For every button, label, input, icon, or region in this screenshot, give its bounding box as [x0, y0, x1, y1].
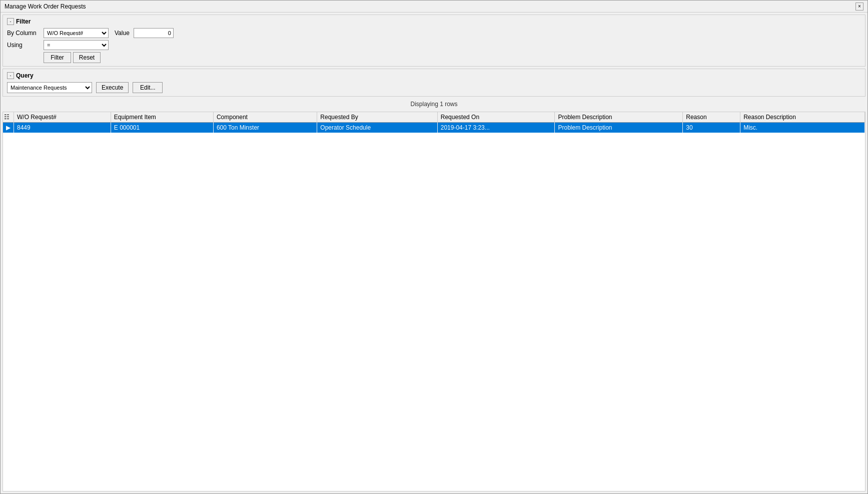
filter-label: Filter	[16, 18, 31, 25]
title-bar-left: Manage Work Order Requests	[5, 3, 86, 10]
status-bar: Displaying 1 rows	[3, 99, 865, 110]
query-section: - Query Maintenance Requests Execute Edi…	[3, 69, 865, 97]
cell-reason-description: Misc.	[740, 123, 865, 133]
grid-icon: ☷	[4, 114, 10, 121]
using-label: Using	[7, 42, 40, 49]
filter-buttons: Filter Reset	[44, 52, 861, 63]
col-header-icon: ☷	[3, 112, 14, 123]
col-header-requested-on[interactable]: Requested On	[437, 112, 555, 123]
col-header-requested-by[interactable]: Requested By	[317, 112, 437, 123]
cell-equipment-item: E 000001	[111, 123, 213, 133]
query-select[interactable]: Maintenance Requests	[7, 82, 92, 93]
execute-button[interactable]: Execute	[96, 82, 129, 93]
filter-section: - Filter By Column W/O Request# Equipmen…	[3, 15, 865, 67]
title-bar: Manage Work Order Requests ×	[1, 1, 867, 13]
col-header-reason[interactable]: Reason	[683, 112, 740, 123]
data-table: ☷ W/O Request# Equipment Item Component …	[3, 112, 865, 133]
filter-by-column-row: By Column W/O Request# Equipment Item Co…	[7, 28, 861, 38]
status-text: Displaying 1 rows	[410, 101, 457, 108]
query-toggle[interactable]: -	[7, 72, 14, 79]
table-row[interactable]: ▶8449E 000001600 Ton MinsterOperator Sch…	[3, 123, 865, 133]
row-indicator: ▶	[3, 123, 14, 133]
filter-toggle[interactable]: -	[7, 18, 14, 25]
table-body: ▶8449E 000001600 Ton MinsterOperator Sch…	[3, 123, 865, 133]
col-header-wo-request[interactable]: W/O Request#	[14, 112, 111, 123]
cell-reason: 30	[683, 123, 740, 133]
cell-component: 600 Ton Minster	[213, 123, 317, 133]
col-header-component[interactable]: Component	[213, 112, 317, 123]
col-header-reason-description[interactable]: Reason Description	[740, 112, 865, 123]
by-column-label: By Column	[7, 30, 40, 37]
col-header-equipment-item[interactable]: Equipment Item	[111, 112, 213, 123]
table-header-row: ☷ W/O Request# Equipment Item Component …	[3, 112, 865, 123]
cell-wo-request: 8449	[14, 123, 111, 133]
cell-problem-description: Problem Description	[555, 123, 683, 133]
using-select[interactable]: = < > <= >= <> LIKE	[44, 40, 109, 50]
close-button[interactable]: ×	[855, 3, 863, 11]
query-header: - Query	[7, 72, 861, 79]
filter-header: - Filter	[7, 18, 861, 25]
by-column-select[interactable]: W/O Request# Equipment Item Component Re…	[44, 28, 109, 38]
edit-button[interactable]: Edit...	[133, 82, 163, 93]
content-area: - Filter By Column W/O Request# Equipmen…	[1, 13, 867, 493]
value-label: Value	[115, 30, 130, 37]
window-title: Manage Work Order Requests	[5, 3, 86, 10]
table-container: ☷ W/O Request# Equipment Item Component …	[3, 112, 865, 491]
cell-requested-by: Operator Schedule	[317, 123, 437, 133]
reset-button[interactable]: Reset	[73, 52, 101, 63]
filter-button[interactable]: Filter	[44, 52, 71, 63]
cell-requested-on: 2019-04-17 3:23...	[437, 123, 555, 133]
value-input[interactable]	[134, 28, 174, 38]
query-row: Maintenance Requests Execute Edit...	[7, 82, 861, 93]
query-label: Query	[16, 72, 34, 79]
col-header-problem-description[interactable]: Problem Description	[555, 112, 683, 123]
filter-using-row: Using = < > <= >= <> LIKE	[7, 40, 861, 50]
main-window: Manage Work Order Requests × - Filter By…	[0, 0, 868, 494]
